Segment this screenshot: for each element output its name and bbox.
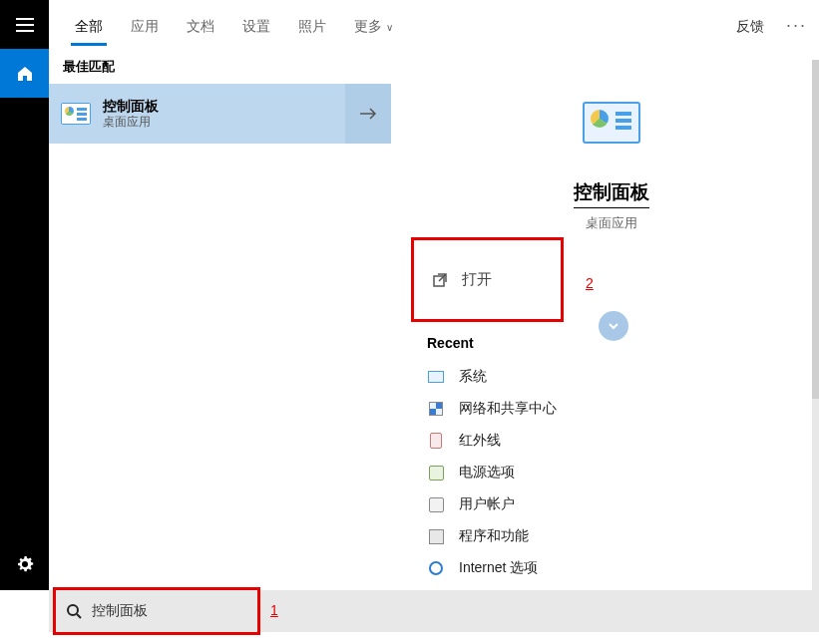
svg-rect-1 bbox=[16, 24, 34, 26]
start-rail bbox=[0, 0, 49, 590]
svg-rect-0 bbox=[16, 18, 34, 20]
arrow-right-icon bbox=[359, 107, 377, 121]
tab-settings[interactable]: 设置 bbox=[228, 6, 284, 46]
result-subtitle: 桌面应用 bbox=[103, 115, 159, 131]
recent-item-power[interactable]: 电源选项 bbox=[427, 457, 799, 488]
hamburger-icon bbox=[16, 18, 34, 32]
network-icon bbox=[427, 400, 445, 418]
result-control-panel[interactable]: 控制面板 桌面应用 bbox=[49, 84, 391, 144]
recent-item-infrared[interactable]: 红外线 bbox=[427, 425, 799, 457]
system-icon bbox=[427, 368, 445, 386]
home-icon bbox=[16, 65, 34, 83]
result-title: 控制面板 bbox=[103, 97, 159, 115]
open-button[interactable]: 打开 bbox=[411, 237, 564, 322]
annotation-1: 1 bbox=[270, 602, 278, 618]
search-box[interactable] bbox=[53, 587, 260, 635]
results-pane: 最佳匹配 控制面板 桌面应用 bbox=[49, 46, 391, 590]
open-area: 打开 2 bbox=[411, 237, 564, 322]
recent-item-internet-options[interactable]: Internet 选项 bbox=[427, 552, 799, 584]
taskbar-search-area: 1 bbox=[49, 590, 819, 632]
recent-item-label: 网络和共享中心 bbox=[459, 400, 557, 418]
svg-rect-2 bbox=[16, 30, 34, 32]
chevron-down-icon bbox=[607, 319, 620, 333]
search-filter-header: 全部 应用 文档 设置 照片 更多∨ 反馈 ··· bbox=[49, 0, 819, 46]
tab-more-label: 更多 bbox=[354, 18, 382, 34]
recent-item-programs[interactable]: 程序和功能 bbox=[427, 520, 799, 552]
search-input[interactable] bbox=[92, 603, 231, 619]
annotation-2: 2 bbox=[586, 275, 594, 291]
search-icon bbox=[66, 603, 82, 619]
tab-more[interactable]: 更多∨ bbox=[340, 6, 407, 46]
more-menu-button[interactable]: ··· bbox=[782, 11, 819, 46]
feedback-link[interactable]: 反馈 bbox=[726, 6, 782, 46]
users-icon bbox=[427, 495, 445, 513]
scrollbar-thumb[interactable] bbox=[812, 60, 819, 399]
recent-title: Recent bbox=[427, 335, 799, 351]
rail-settings-button[interactable] bbox=[0, 539, 49, 588]
gear-icon bbox=[16, 555, 34, 573]
result-main[interactable]: 控制面板 桌面应用 bbox=[49, 84, 345, 144]
detail-title: 控制面板 bbox=[574, 179, 649, 208]
recent-block: Recent 系统 网络和共享中心 红外线 电源选项 用户帐户 程序和功能 In… bbox=[427, 335, 799, 616]
chevron-down-icon: ∨ bbox=[386, 22, 393, 33]
svg-point-4 bbox=[68, 605, 78, 615]
group-best-match-title: 最佳匹配 bbox=[49, 46, 391, 84]
detail-pane: 控制面板 桌面应用 打开 2 Recent 系统 网络和共享中心 红外线 电源选… bbox=[403, 60, 819, 590]
recent-item-network[interactable]: 网络和共享中心 bbox=[427, 393, 799, 425]
home-button[interactable] bbox=[0, 49, 49, 98]
hamburger-button[interactable] bbox=[0, 0, 49, 49]
tab-docs[interactable]: 文档 bbox=[173, 6, 228, 46]
recent-item-system[interactable]: 系统 bbox=[427, 361, 799, 393]
open-icon bbox=[432, 272, 448, 288]
tab-apps[interactable]: 应用 bbox=[117, 6, 173, 46]
control-panel-icon bbox=[583, 102, 640, 144]
recent-item-label: 用户帐户 bbox=[459, 495, 515, 513]
recent-item-label: 系统 bbox=[459, 368, 487, 386]
open-label: 打开 bbox=[462, 270, 492, 289]
detail-header: 控制面板 桌面应用 bbox=[403, 60, 819, 232]
tab-photos[interactable]: 照片 bbox=[284, 6, 340, 46]
recent-item-label: 电源选项 bbox=[459, 464, 515, 482]
filter-tabs: 全部 应用 文档 设置 照片 更多∨ bbox=[49, 0, 726, 46]
recent-item-users[interactable]: 用户帐户 bbox=[427, 488, 799, 520]
control-panel-icon bbox=[61, 103, 91, 125]
result-texts: 控制面板 桌面应用 bbox=[103, 97, 159, 131]
programs-icon bbox=[427, 527, 445, 545]
result-expand-button[interactable] bbox=[345, 84, 391, 144]
detail-subtitle: 桌面应用 bbox=[586, 214, 637, 232]
infrared-icon bbox=[427, 432, 445, 450]
internet-icon bbox=[427, 559, 445, 577]
scrollbar[interactable] bbox=[812, 60, 819, 590]
recent-item-label: Internet 选项 bbox=[459, 559, 538, 577]
recent-item-label: 程序和功能 bbox=[459, 527, 529, 545]
recent-item-label: 红外线 bbox=[459, 432, 501, 450]
tab-all[interactable]: 全部 bbox=[61, 6, 117, 46]
power-icon bbox=[427, 464, 445, 482]
